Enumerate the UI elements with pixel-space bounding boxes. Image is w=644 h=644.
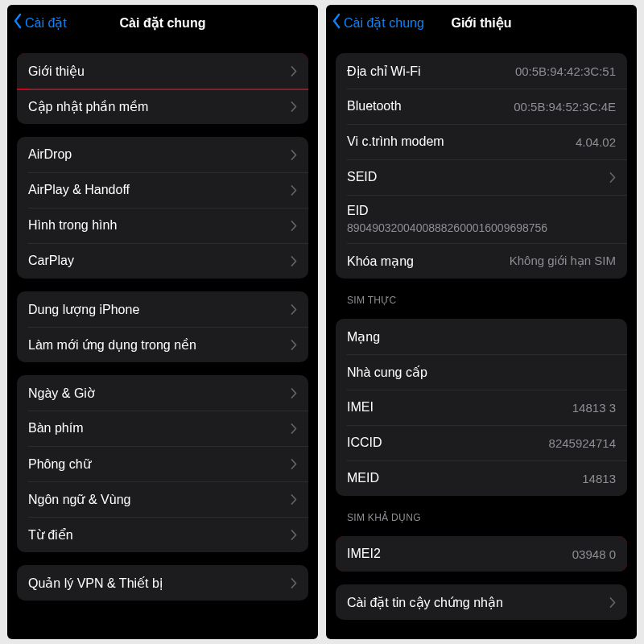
chevron-right-icon (609, 172, 616, 183)
row-right: 8245924714 (549, 436, 616, 450)
row-label: CarPlay (28, 254, 74, 268)
chevron-right-icon (291, 578, 297, 588)
row-storage[interactable]: Dung lượng iPhone (17, 291, 308, 327)
row-label: MEID (347, 471, 379, 485)
chevron-right-icon (291, 340, 297, 350)
chevron-left-icon (331, 13, 342, 32)
row-label: Địa chỉ Wi-Fi (347, 64, 421, 79)
row-dict[interactable]: Từ điển (17, 517, 308, 552)
settings-group: IMEI203948 0 (336, 536, 627, 572)
chevron-right-icon (291, 185, 297, 196)
back-button[interactable]: Cài đặt (7, 13, 67, 32)
row-label: IMEI (347, 400, 374, 415)
back-button[interactable]: Cài đặt chung (326, 13, 424, 32)
about-content[interactable]: Địa chỉ Wi-Fi00:5B:94:42:3C:51Bluetooth0… (326, 40, 637, 639)
row-right (284, 221, 297, 231)
row-value: Không giới hạn SIM (510, 254, 616, 268)
row-fonts[interactable]: Phông chữ (17, 446, 308, 481)
row-lang[interactable]: Ngôn ngữ & Vùng (17, 481, 308, 517)
row-right: 00:5B:94:42:3C:51 (515, 64, 616, 78)
row-label: Cài đặt tin cậy chứng nhận (347, 595, 503, 610)
row-meid[interactable]: MEID14813 (336, 460, 627, 496)
row-right: 14813 3 (572, 401, 616, 415)
row-bt[interactable]: Bluetooth00:5B:94:52:3C:4E (336, 89, 627, 124)
row-keyboard[interactable]: Bàn phím (17, 411, 308, 446)
row-label: Nhà cung cấp (347, 365, 427, 380)
chevron-right-icon (609, 597, 616, 608)
row-label: Bàn phím (28, 421, 83, 436)
row-label: Ngày & Giờ (28, 386, 95, 401)
row-bg-refresh[interactable]: Làm mới ứng dụng trong nền (17, 327, 308, 362)
phone-general-settings: Cài đặt Cài đặt chung Giới thiệuCập nhật… (7, 5, 318, 639)
chevron-right-icon (291, 150, 297, 160)
row-label: SEID (347, 170, 377, 184)
row-pip[interactable]: Hình trong hình (17, 208, 308, 243)
row-network[interactable]: Mạng (336, 319, 627, 354)
row-eid[interactable]: EID89049032004008882600016009698756 (336, 195, 627, 243)
settings-group: Dung lượng iPhoneLàm mới ứng dụng trong … (17, 291, 308, 362)
row-wifi[interactable]: Địa chỉ Wi-Fi00:5B:94:42:3C:51 (336, 53, 627, 89)
chevron-right-icon (291, 221, 297, 231)
row-right (284, 340, 297, 350)
settings-group: AirDropAirPlay & HandoffHình trong hìnhC… (17, 137, 308, 279)
row-imei[interactable]: IMEI14813 3 (336, 390, 627, 425)
row-label: AirPlay & Handoff (28, 183, 130, 197)
chevron-left-icon (12, 13, 23, 32)
row-label: Giới thiệu (28, 64, 85, 79)
settings-group: Ngày & GiờBàn phímPhông chữNgôn ngữ & Vù… (17, 375, 308, 552)
row-label: Bluetooth (347, 99, 402, 114)
row-right (284, 101, 297, 112)
row-iccid[interactable]: ICCID8245924714 (336, 425, 627, 460)
row-right: 00:5B:94:52:3C:4E (514, 100, 616, 114)
row-right (284, 304, 297, 315)
general-settings-content[interactable]: Giới thiệuCập nhật phần mềmAirDropAirPla… (7, 40, 318, 639)
row-airplay[interactable]: AirPlay & Handoff (17, 172, 308, 208)
row-carrier[interactable]: Nhà cung cấp (336, 354, 627, 390)
nav-bar: Cài đặt Cài đặt chung (7, 5, 318, 40)
row-label: Phông chữ (28, 456, 91, 472)
row-label: AirDrop (28, 147, 72, 162)
row-cert[interactable]: Cài đặt tin cậy chứng nhận (336, 584, 627, 620)
row-right: 14813 (582, 472, 616, 485)
back-label: Cài đặt (25, 15, 67, 31)
row-value: 14813 (582, 472, 616, 485)
row-vpn[interactable]: Quản lý VPN & Thiết bị (17, 565, 308, 601)
row-label: Khóa mạng (347, 254, 414, 269)
row-value: 00:5B:94:52:3C:4E (514, 100, 616, 114)
chevron-right-icon (291, 459, 297, 469)
section-header: SIM KHẢ DỤNG (347, 512, 627, 523)
row-value: 14813 3 (572, 401, 616, 415)
row-airdrop[interactable]: AirDrop (17, 137, 308, 172)
row-right (284, 66, 297, 76)
row-label: ICCID (347, 436, 382, 450)
row-value: 03948 0 (572, 547, 616, 561)
row-right (284, 578, 297, 588)
row-right (603, 597, 616, 608)
settings-group: MạngNhà cung cấpIMEI14813 3ICCID82459247… (336, 319, 627, 496)
stage: Cài đặt Cài đặt chung Giới thiệuCập nhật… (0, 0, 644, 644)
chevron-right-icon (291, 530, 297, 540)
row-about[interactable]: Giới thiệu (17, 53, 308, 89)
row-seid[interactable]: SEID (336, 159, 627, 195)
back-label: Cài đặt chung (344, 15, 424, 31)
nav-bar: Cài đặt chung Giới thiệu (326, 5, 637, 40)
chevron-right-icon (291, 256, 297, 266)
chevron-right-icon (291, 66, 297, 76)
row-label: Hình trong hình (28, 218, 117, 233)
row-value: 8245924714 (549, 436, 616, 450)
row-right (284, 459, 297, 469)
row-right (284, 494, 297, 505)
row-carplay[interactable]: CarPlay (17, 243, 308, 279)
row-right: 4.04.02 (576, 135, 616, 149)
row-value: 00:5B:94:42:3C:51 (515, 64, 616, 78)
row-lock[interactable]: Khóa mạngKhông giới hạn SIM (336, 243, 627, 279)
row-software-update[interactable]: Cập nhật phần mềm (17, 89, 308, 124)
section-header: SIM THỰC (347, 295, 627, 306)
settings-group: Giới thiệuCập nhật phần mềm (17, 53, 308, 124)
row-label: Ngôn ngữ & Vùng (28, 492, 130, 507)
row-right (284, 423, 297, 434)
row-right (284, 185, 297, 196)
row-modem[interactable]: Vi c.trình modem4.04.02 (336, 124, 627, 159)
row-imei2[interactable]: IMEI203948 0 (336, 536, 627, 572)
row-date[interactable]: Ngày & Giờ (17, 375, 308, 411)
